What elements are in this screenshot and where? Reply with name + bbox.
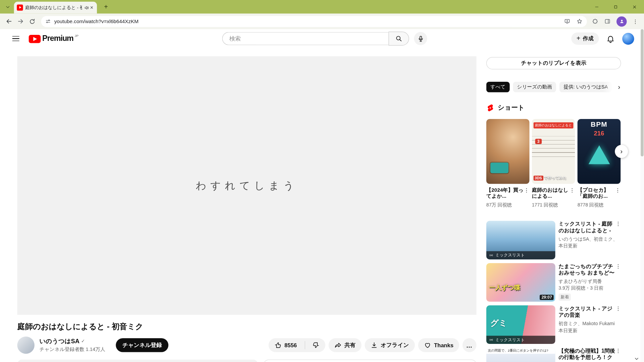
thumb-label: 庭師のおはなしによると — [534, 122, 574, 128]
site-settings-icon[interactable] — [45, 18, 51, 24]
url-text[interactable]: youtube.com/watch?v=xl6b644XzKM — [54, 18, 564, 24]
search-button[interactable] — [389, 32, 409, 46]
microphone-icon — [417, 35, 424, 42]
short-views: 87万 回視聴 — [486, 202, 524, 208]
thumb-bpm-value: 216 — [578, 130, 621, 137]
description-box[interactable]: 21万 回視聴 6 か月前 #プロセカnext — [17, 360, 258, 362]
short-thumbnail[interactable] — [486, 119, 530, 184]
subscribe-button[interactable]: チャンネル登録 — [116, 338, 168, 352]
share-icon — [334, 342, 341, 349]
page-scrollbar[interactable] — [640, 29, 644, 362]
kebab-menu-icon[interactable]: ⋮ — [615, 187, 621, 208]
brand-text: Premium — [42, 34, 73, 43]
chevron-down-icon — [5, 4, 10, 9]
kebab-menu-icon[interactable]: ⋮ — [615, 348, 621, 362]
related-video-item: 一人ずつ喋 29:07 たまごっちのプチプチおみせっち おまちど〜さま！をすゑひ… — [486, 263, 621, 302]
create-button[interactable]: + 作成 — [571, 33, 599, 45]
youtube-header: Premium JP + 作成 — [0, 29, 644, 48]
chips-next-icon[interactable]: › — [618, 83, 621, 91]
thumb-bpm-label: BPM — [578, 121, 621, 129]
shorts-next-button[interactable]: › — [615, 145, 628, 158]
kebab-menu-icon[interactable]: ⋮ — [615, 263, 621, 302]
video-title: 庭師のおはなしによると - 初音ミク — [17, 321, 476, 332]
browser-toolbar: youtube.com/watch?v=xl6b644XzKM ⋮ — [0, 13, 644, 29]
thumb-bottom-text: で作ってみた — [544, 175, 567, 181]
notifications-bell-icon[interactable] — [606, 34, 615, 43]
chip-all[interactable]: すべて — [486, 82, 510, 93]
video-thumbnail[interactable]: グミ ミックスリスト — [486, 305, 555, 344]
channel-name[interactable]: いのうつはSA — [40, 338, 80, 345]
verified-check-icon: ✓ — [81, 339, 85, 344]
scroll-down-indicator[interactable] — [634, 356, 639, 361]
window-maximize-button[interactable] — [606, 0, 625, 13]
install-app-icon[interactable] — [564, 18, 571, 25]
back-button[interactable] — [3, 16, 15, 27]
share-button[interactable]: 共有 — [328, 338, 361, 352]
window-minimize-button[interactable] — [587, 0, 606, 13]
reload-button[interactable] — [26, 16, 38, 27]
related-videos: ミックスリスト ミックスリスト - 庭師のおはなしによると - 初音ミク いのう… — [486, 221, 621, 362]
side-panel-icon[interactable] — [604, 18, 611, 25]
more-actions-button[interactable]: … — [463, 338, 477, 352]
window-close-button[interactable] — [625, 0, 644, 13]
youtube-favicon-icon — [17, 4, 23, 10]
thanks-button[interactable]: Thanks — [418, 338, 459, 352]
short-thumbnail[interactable]: BPM 216 — [578, 119, 621, 184]
kebab-menu-icon[interactable]: ⋮ — [569, 187, 575, 208]
kebab-menu-icon[interactable]: ⋮ — [615, 305, 621, 344]
mix-badge-label: ミックスリスト — [495, 337, 525, 343]
video-title[interactable]: ミックスリスト - 庭師のおはなしによると - 初音ミク — [558, 221, 615, 234]
channel-avatar[interactable] — [17, 337, 34, 354]
shorts-shelf: 【2024年】買ってよか... 87万 回視聴 ⋮ 庭師のおはなしによると 3 … — [486, 119, 621, 208]
short-title[interactable]: 庭師のおはなしによる... — [532, 187, 569, 199]
offline-button[interactable]: オフライン — [365, 338, 415, 352]
kebab-menu-icon[interactable]: ⋮ — [615, 221, 621, 259]
video-caption-text: わすれてしまう — [196, 179, 298, 192]
like-button[interactable]: 8556 — [268, 338, 302, 352]
duration-badge: 29:07 — [540, 295, 553, 300]
thumb-overlay-text: グミ — [490, 318, 507, 329]
video-title[interactable]: 【究極の心理戦】1問後の行動を予想しろ！クイズ☆正解は1... — [558, 348, 615, 361]
video-title[interactable]: ミックスリスト - アジアの音楽 — [558, 305, 615, 318]
search-input[interactable] — [222, 32, 389, 45]
thumb-number: 3 — [535, 139, 542, 144]
guide-menu-button[interactable] — [8, 31, 23, 46]
short-title[interactable]: 【プロセカ】「庭師のお... — [578, 187, 615, 199]
extensions-icon[interactable] — [592, 18, 598, 25]
subscriber-count: チャンネル登録者数 1.14万人 — [40, 346, 105, 353]
video-title[interactable]: たまごっちのプチプチおみせっち おまちど〜さま！をすゑひ... — [558, 263, 615, 276]
show-chat-replay-button[interactable]: チャットのリプレイを表示 — [486, 57, 621, 69]
short-title[interactable]: 【2024年】買ってよか... — [486, 187, 524, 199]
voice-search-button[interactable] — [414, 32, 427, 45]
thumb-overlay-text: 一人ずつ喋 — [489, 284, 520, 292]
video-thumbnail[interactable]: 一人ずつ喋 29:07 — [486, 263, 555, 302]
tab-close-icon[interactable]: × — [89, 4, 94, 10]
scrollbar-thumb[interactable] — [641, 29, 644, 157]
chat-replay-panel: チャットのリプレイ — [264, 360, 476, 362]
thumb-up-icon — [274, 342, 281, 349]
browser-menu-icon[interactable]: ⋮ — [633, 18, 638, 24]
browser-tab[interactable]: 庭師のおはなしによると - 初音 × — [14, 2, 97, 14]
bookmark-star-icon[interactable] — [576, 18, 583, 25]
short-thumbnail[interactable]: 庭師のおはなしによると 3 3DS で作ってみた — [532, 119, 575, 184]
account-avatar[interactable] — [622, 33, 634, 45]
search-icon — [395, 35, 402, 42]
youtube-premium-logo[interactable]: Premium JP — [29, 34, 78, 43]
short-card: 庭師のおはなしによると 3 3DS で作ってみた 庭師のおはなしによる... 1… — [532, 119, 575, 208]
address-bar[interactable]: youtube.com/watch?v=xl6b644XzKM — [41, 16, 587, 27]
chip-series[interactable]: シリーズの動画 — [513, 82, 556, 93]
forward-button[interactable] — [15, 16, 26, 27]
related-video-item: 次の問題で、2番目にボタンを押すのは? クイズ☆正解は1 12:3 【究極の心理… — [486, 348, 621, 362]
download-icon — [370, 342, 378, 349]
browser-titlebar: 庭師のおはなしによると - 初音 × + — [0, 0, 644, 13]
video-player[interactable]: わすれてしまう — [17, 56, 476, 315]
tab-audio-icon[interactable] — [85, 5, 90, 10]
new-tab-button[interactable]: + — [101, 2, 111, 12]
video-thumbnail[interactable]: 次の問題で、2番目にボタンを押すのは? クイズ☆正解は1 12:3 — [486, 348, 555, 362]
video-thumbnail[interactable]: ミックスリスト — [486, 221, 555, 259]
kebab-menu-icon[interactable]: ⋮ — [524, 187, 529, 208]
related-video-item: ミックスリスト ミックスリスト - 庭師のおはなしによると - 初音ミク いのう… — [486, 221, 621, 259]
dislike-button[interactable] — [308, 338, 325, 352]
tab-search-button[interactable] — [3, 2, 12, 11]
browser-profile-avatar[interactable] — [616, 16, 627, 26]
